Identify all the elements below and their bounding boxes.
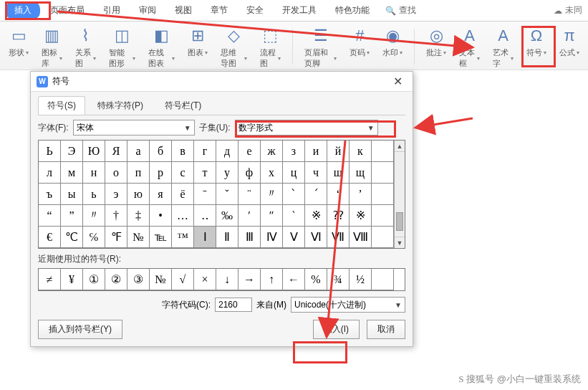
tab-view[interactable]: 视图: [166, 1, 201, 19]
symbol-cell[interactable]: щ: [350, 162, 372, 184]
symbol-cell[interactable]: Ⅰ: [194, 227, 216, 248]
tab-reference[interactable]: 引用: [95, 1, 129, 19]
symbol-cell[interactable]: ч: [305, 162, 327, 184]
tab-layout[interactable]: 页面布局: [42, 1, 93, 19]
symbol-cell[interactable]: №: [127, 227, 150, 248]
symbol-cell[interactable]: ˋ: [283, 184, 305, 205]
symbol-cell[interactable]: 〃: [261, 184, 283, 205]
symbol-cell[interactable]: Ⅳ: [261, 227, 283, 248]
symbol-cell[interactable]: н: [83, 162, 105, 184]
tab-review[interactable]: 审阅: [130, 1, 165, 19]
ribbon-思维导图[interactable]: ◇思维导图▾: [218, 24, 250, 70]
symbol-cell[interactable]: и: [305, 141, 327, 162]
symbol-cell[interactable]: л: [39, 162, 61, 184]
recent-symbol-cell[interactable]: ½: [350, 269, 372, 290]
tab-symbolbar[interactable]: 符号栏(T): [155, 96, 211, 115]
symbol-cell[interactable]: р: [150, 162, 172, 184]
symbol-cell[interactable]: [372, 205, 394, 227]
close-button[interactable]: ✕: [389, 75, 407, 88]
symbol-cell[interactable]: ”: [61, 205, 83, 227]
symbol-cell[interactable]: ˉ: [194, 184, 216, 205]
ribbon-批注[interactable]: ◎批注▾: [423, 24, 449, 60]
recent-symbol-cell[interactable]: №: [150, 269, 172, 290]
symbol-cell[interactable]: с: [172, 162, 194, 184]
symbol-cell[interactable]: ’: [350, 184, 372, 205]
symbol-cell[interactable]: ˇ: [216, 184, 238, 205]
recent-symbol-cell[interactable]: →: [238, 269, 261, 290]
symbol-cell[interactable]: [372, 184, 394, 205]
ribbon-智能图形[interactable]: ◫智能图形▾: [106, 24, 138, 70]
symbol-cell[interactable]: ™: [172, 227, 194, 248]
symbol-cell[interactable]: д: [216, 141, 238, 162]
symbol-cell[interactable]: ъ: [39, 184, 61, 205]
symbol-cell[interactable]: Ⅴ: [283, 227, 305, 248]
symbol-cell[interactable]: Ⅷ: [350, 227, 372, 248]
symbol-cell[interactable]: ‘: [327, 184, 350, 205]
symbol-cell[interactable]: ⁇: [327, 205, 350, 227]
symbol-cell[interactable]: э: [105, 184, 127, 205]
symbol-cell[interactable]: е: [238, 141, 261, 162]
symbol-cell[interactable]: ы: [61, 184, 83, 205]
recent-symbol-cell[interactable]: ¥: [61, 269, 83, 290]
symbol-cell[interactable]: [372, 162, 394, 184]
symbol-cell[interactable]: ц: [283, 162, 305, 184]
symbol-cell[interactable]: 〃: [83, 205, 105, 227]
symbol-cell[interactable]: ¨: [238, 184, 261, 205]
symbol-cell[interactable]: ˊ: [305, 184, 327, 205]
symbol-cell[interactable]: х: [261, 162, 283, 184]
tab-devtools[interactable]: 开发工具: [274, 1, 325, 19]
code-input[interactable]: 2160: [215, 298, 252, 312]
ribbon-关系图[interactable]: ⌇关系图▾: [72, 24, 99, 70]
symbol-cell[interactable]: о: [105, 162, 127, 184]
subset-combo[interactable]: 数字形式 ▼: [235, 120, 378, 135]
cancel-button[interactable]: 取消: [367, 320, 405, 339]
symbol-cell[interactable]: ‰: [216, 205, 238, 227]
recent-symbol-cell[interactable]: ¾: [327, 269, 350, 290]
symbol-cell[interactable]: я: [150, 184, 172, 205]
symbol-cell[interactable]: ю: [127, 184, 150, 205]
ribbon-符号[interactable]: Ω符号▾: [524, 24, 549, 60]
ribbon-公式[interactable]: π公式▾: [556, 24, 582, 60]
tab-security[interactable]: 安全: [238, 1, 272, 19]
scroll-up-button[interactable]: ▲: [395, 141, 405, 152]
ribbon-水印[interactable]: ◉水印▾: [380, 24, 405, 60]
symbol-cell[interactable]: ф: [238, 162, 261, 184]
symbol-cell[interactable]: Я: [105, 141, 127, 162]
symbol-cell[interactable]: з: [283, 141, 305, 162]
ribbon-页码[interactable]: #页码▾: [347, 24, 372, 60]
symbol-cell[interactable]: ‡: [127, 205, 150, 227]
symbol-cell[interactable]: Ⅶ: [327, 227, 350, 248]
add-to-bar-button[interactable]: 插入到符号栏(Y): [38, 320, 122, 339]
symbol-cell[interactable]: Ⅲ: [238, 227, 261, 248]
symbol-cell[interactable]: €: [39, 227, 61, 248]
recent-symbol-cell[interactable]: [372, 269, 394, 290]
tab-special[interactable]: 特殊字符(P): [88, 96, 153, 115]
ribbon-在线图表[interactable]: ◧在线图表▾: [145, 24, 178, 70]
dialog-titlebar[interactable]: W 符号 ✕: [31, 72, 413, 92]
symbol-cell[interactable]: б: [150, 141, 172, 162]
recent-symbol-cell[interactable]: ①: [83, 269, 105, 290]
symbol-cell[interactable]: ℃: [61, 227, 83, 248]
recent-symbol-cell[interactable]: ②: [105, 269, 127, 290]
symbol-cell[interactable]: ℉: [105, 227, 127, 248]
ribbon-形状[interactable]: ▭形状▾: [6, 24, 32, 60]
symbol-cell[interactable]: Э: [61, 141, 83, 162]
recent-symbol-cell[interactable]: ↑: [261, 269, 283, 290]
symbol-cell[interactable]: ℅: [83, 227, 105, 248]
ribbon-艺术字[interactable]: A艺术字▾: [490, 24, 516, 70]
symbol-cell[interactable]: й: [327, 141, 350, 162]
from-combo[interactable]: Unicode(十六进制) ▼: [291, 297, 405, 313]
symbol-cell[interactable]: Ⅵ: [305, 227, 327, 248]
recent-symbol-cell[interactable]: ←: [283, 269, 305, 290]
ribbon-文本框[interactable]: A文本框▾: [456, 24, 483, 70]
symbol-cell[interactable]: ※: [305, 205, 327, 227]
symbol-cell[interactable]: ″: [261, 205, 283, 227]
symbol-cell[interactable]: •: [150, 205, 172, 227]
scrollbar[interactable]: ▲ ▼: [394, 141, 405, 248]
scroll-down-button[interactable]: ▼: [395, 237, 405, 248]
symbol-cell[interactable]: Ю: [83, 141, 105, 162]
font-combo[interactable]: 宋体 ▼: [73, 120, 195, 135]
symbol-cell[interactable]: …: [172, 205, 194, 227]
symbol-cell[interactable]: †: [105, 205, 127, 227]
tab-features[interactable]: 特色功能: [327, 1, 378, 19]
